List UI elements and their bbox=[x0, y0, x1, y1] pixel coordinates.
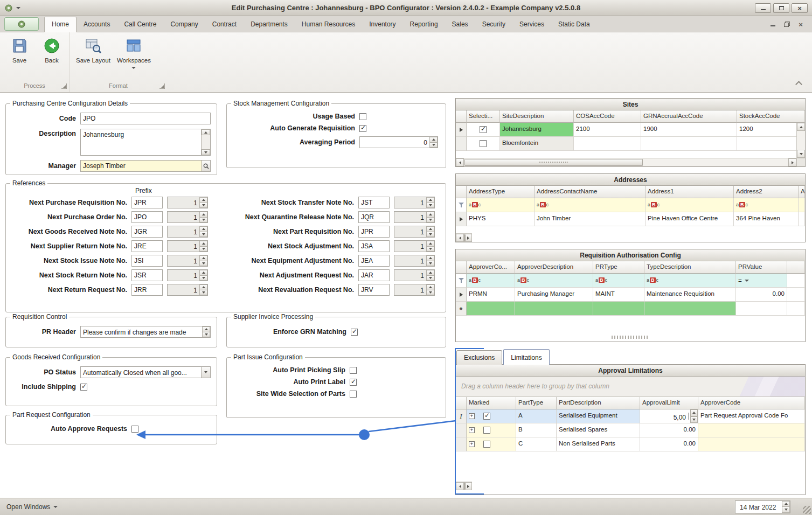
marked-checkbox[interactable] bbox=[483, 413, 490, 420]
cell[interactable] bbox=[467, 137, 500, 151]
tab-call-centre[interactable]: Call Centre bbox=[117, 17, 163, 32]
prefix-input[interactable] bbox=[131, 255, 163, 267]
spinner-buttons[interactable] bbox=[426, 212, 434, 222]
marked-checkbox[interactable] bbox=[483, 441, 490, 448]
cell[interactable]: 2100 bbox=[574, 123, 641, 137]
column-header[interactable]: StockAccCode bbox=[737, 110, 805, 123]
cell[interactable]: A bbox=[516, 409, 557, 423]
cell[interactable]: Maintenance Requisition bbox=[644, 288, 736, 302]
mdi-close-button[interactable] bbox=[797, 21, 804, 27]
horizontal-scrollbar[interactable] bbox=[456, 158, 796, 166]
manager-input[interactable] bbox=[80, 160, 202, 172]
column-header[interactable]: TypeDescription bbox=[644, 261, 736, 274]
prefix-input[interactable] bbox=[131, 269, 163, 281]
tab-human-resources[interactable]: Human Resources bbox=[295, 17, 362, 32]
prefix-input[interactable] bbox=[358, 197, 390, 208]
save-button[interactable]: Save bbox=[4, 36, 34, 66]
number-spinner[interactable]: 1 bbox=[167, 211, 208, 223]
scroll-down-icon[interactable] bbox=[202, 149, 210, 155]
cell[interactable]: 0.00 bbox=[640, 437, 698, 451]
cell[interactable]: PRMN bbox=[467, 288, 515, 302]
filter-cell[interactable]: aBc bbox=[535, 198, 646, 212]
table-row[interactable]: B Serialised Spares 0.00 bbox=[456, 423, 805, 437]
number-spinner[interactable]: 1 bbox=[167, 269, 208, 281]
number-spinner[interactable]: 1 bbox=[167, 284, 208, 296]
spinner-buttons[interactable] bbox=[199, 226, 207, 237]
open-windows-button[interactable]: Open Windows bbox=[6, 503, 58, 511]
tab-departments[interactable]: Departments bbox=[244, 17, 295, 32]
cell[interactable]: Part Request Approval Code Fo bbox=[698, 409, 805, 423]
table-row[interactable]: Johannesburg 2100 1900 1200 bbox=[456, 123, 805, 137]
cell[interactable]: C bbox=[516, 437, 557, 451]
spinner-buttons[interactable] bbox=[690, 409, 698, 423]
number-spinner[interactable]: 1 bbox=[167, 240, 208, 252]
tab-home[interactable]: Home bbox=[44, 17, 77, 32]
cell[interactable] bbox=[515, 302, 593, 316]
cell[interactable]: Serialised Equipment bbox=[557, 409, 640, 423]
cell[interactable] bbox=[736, 302, 787, 316]
prefix-input[interactable] bbox=[358, 240, 390, 252]
site-wide-selection-checkbox[interactable] bbox=[350, 391, 357, 398]
minimize-button[interactable] bbox=[755, 3, 771, 13]
spinner-buttons[interactable] bbox=[199, 270, 207, 281]
site-selected-checkbox[interactable] bbox=[480, 126, 487, 133]
spinner-buttons[interactable] bbox=[199, 241, 207, 252]
scroll-up-icon[interactable] bbox=[202, 129, 210, 135]
resize-grip[interactable] bbox=[803, 506, 811, 514]
scrollbar-thumb[interactable] bbox=[464, 159, 643, 166]
cell[interactable]: PHYS bbox=[467, 212, 535, 226]
new-row[interactable] bbox=[456, 302, 805, 316]
column-header[interactable]: PRValue bbox=[736, 261, 787, 274]
scroll-up-button[interactable] bbox=[797, 123, 805, 131]
number-spinner[interactable]: 1 bbox=[394, 226, 435, 238]
spinner-buttons[interactable] bbox=[426, 270, 434, 281]
cell[interactable]: B bbox=[516, 423, 557, 437]
scroll-left-button[interactable] bbox=[456, 482, 464, 490]
cell[interactable]: John Timber bbox=[535, 212, 646, 226]
spinner-buttons[interactable] bbox=[426, 241, 434, 252]
cell[interactable] bbox=[644, 302, 736, 316]
number-spinner[interactable]: 1 bbox=[394, 269, 435, 281]
group-by-bar[interactable]: Drag a column header here to group by th… bbox=[456, 377, 805, 397]
cell[interactable] bbox=[467, 302, 515, 316]
column-header[interactable]: ApprovalLimit bbox=[640, 397, 698, 409]
tab-limitations[interactable]: Limitations bbox=[503, 349, 549, 365]
averaging-period-spinner[interactable]: 0 bbox=[359, 136, 438, 148]
auto-print-label-checkbox[interactable] bbox=[350, 379, 357, 386]
cell[interactable]: 0.00 bbox=[640, 423, 698, 437]
cell[interactable] bbox=[698, 437, 805, 451]
spinner-buttons[interactable] bbox=[426, 255, 434, 266]
approval-limit-editor[interactable]: 5,00 bbox=[640, 409, 698, 423]
quick-access-dropdown-icon[interactable] bbox=[16, 7, 20, 9]
enforce-grn-matching-checkbox[interactable] bbox=[351, 329, 358, 336]
prefix-input[interactable] bbox=[358, 211, 390, 223]
spinner-buttons[interactable] bbox=[199, 197, 207, 208]
cell[interactable]: Pine Haven Office Centre bbox=[646, 212, 734, 226]
marked-checkbox[interactable] bbox=[483, 427, 490, 434]
tab-static-data[interactable]: Static Data bbox=[551, 17, 597, 32]
cell[interactable]: Non Serialised Parts bbox=[557, 437, 640, 451]
table-row[interactable]: A Serialised Equipment 5,00 Part Request… bbox=[456, 409, 805, 423]
cell[interactable]: Johannesburg bbox=[500, 123, 574, 137]
date-picker[interactable]: 14 Mar 2022 bbox=[735, 500, 790, 513]
column-header[interactable]: AddressContactName bbox=[535, 186, 646, 198]
cell[interactable] bbox=[698, 423, 805, 437]
horizontal-scrollbar[interactable] bbox=[456, 233, 472, 242]
spinner-buttons[interactable] bbox=[782, 501, 790, 513]
filter-cell[interactable]: aBc bbox=[467, 274, 515, 288]
cell[interactable] bbox=[641, 137, 737, 151]
site-selected-checkbox[interactable] bbox=[480, 140, 487, 147]
number-spinner[interactable]: 1 bbox=[167, 255, 208, 267]
column-header[interactable]: ApproverCo... bbox=[467, 261, 515, 274]
scroll-down-button[interactable] bbox=[797, 150, 805, 158]
number-spinner[interactable]: 1 bbox=[394, 211, 435, 223]
dropdown-arrow-icon[interactable] bbox=[201, 367, 210, 378]
prefix-input[interactable] bbox=[131, 240, 163, 252]
expand-row-icon[interactable] bbox=[469, 413, 475, 419]
filter-cell[interactable]: aBc bbox=[593, 274, 644, 288]
auto-print-picking-slip-checkbox[interactable] bbox=[350, 367, 357, 374]
cell[interactable] bbox=[467, 409, 516, 423]
mdi-minimize-button[interactable] bbox=[769, 21, 776, 27]
expand-row-icon[interactable] bbox=[469, 441, 475, 447]
column-header[interactable]: SiteDescription bbox=[500, 110, 574, 123]
